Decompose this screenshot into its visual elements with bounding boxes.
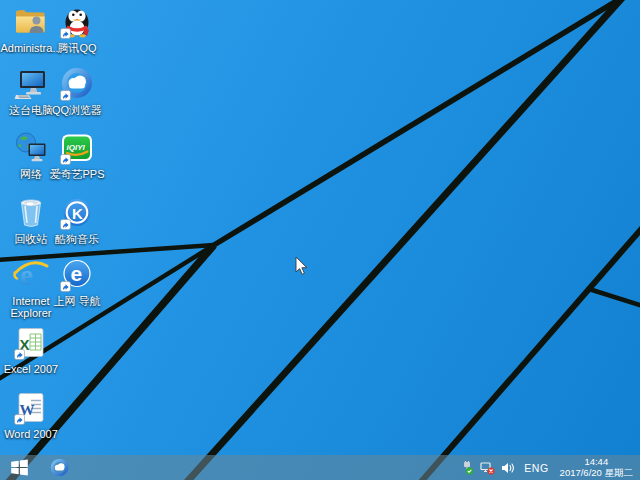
icon-label: 网络 — [20, 168, 42, 180]
qq-penguin-icon — [60, 5, 94, 39]
icon-label: 回收站 — [15, 233, 48, 245]
icon-label: 酷狗音乐 — [55, 233, 99, 245]
desktop-icon-iqiyi-pps[interactable]: iQIYI 爱奇艺PPS — [46, 131, 108, 180]
clock-date: 2017/6/20 星期二 — [560, 468, 633, 479]
taskbar: ENG 14:44 2017/6/20 星期二 — [0, 455, 640, 480]
qq-browser-icon — [60, 67, 94, 101]
svg-text:K: K — [72, 205, 83, 222]
desktop-icon-excel-2007[interactable]: X Excel 2007 — [0, 326, 62, 375]
beam-corner-to-bottom — [186, 0, 623, 480]
desktop-icon-word-2007[interactable]: W Word 2007 — [0, 391, 62, 440]
shortcut-arrow-badge — [61, 155, 71, 165]
taskbar-clock[interactable]: 14:44 2017/6/20 星期二 — [558, 457, 637, 478]
svg-text:iQIYI: iQIYI — [67, 143, 86, 152]
desktop: Administra... 这台电脑 网络 — [0, 0, 640, 480]
desktop-icon-tencent-qq[interactable]: 腾讯QQ — [46, 5, 108, 54]
desktop-icon-qq-browser[interactable]: QQ浏览器 — [46, 67, 108, 116]
internet-explorer-icon: e — [13, 258, 49, 292]
qq-browser-icon — [50, 458, 69, 477]
icon-label: QQ浏览器 — [52, 104, 102, 116]
shortcut-arrow-badge — [61, 29, 71, 39]
desktop-icon-web-navigation[interactable]: e 上网 导航 — [46, 258, 108, 307]
folder-user-icon — [14, 5, 48, 39]
taskbar-qq-browser-button[interactable] — [44, 455, 74, 480]
desktop-icon-kugou-music[interactable]: K 酷狗音乐 — [46, 196, 108, 245]
volume-icon[interactable] — [501, 461, 515, 475]
beam-right-lower — [420, 227, 640, 480]
recycle-bin-icon — [14, 196, 48, 230]
language-indicator[interactable]: ENG — [521, 462, 551, 474]
start-button[interactable] — [2, 455, 36, 480]
navigation-e-icon: e — [60, 258, 94, 292]
iqiyi-icon: iQIYI — [60, 131, 94, 165]
excel-icon: X — [14, 326, 48, 360]
shortcut-arrow-badge — [15, 350, 25, 360]
network-globe-icon — [14, 131, 48, 165]
shortcut-arrow-badge — [61, 282, 71, 292]
kugou-icon: K — [60, 196, 94, 230]
shortcut-arrow-badge — [15, 415, 25, 425]
icon-label: 爱奇艺PPS — [49, 168, 104, 180]
svg-text:e: e — [71, 262, 83, 285]
icon-label: 腾讯QQ — [57, 42, 96, 54]
system-tray: ENG 14:44 2017/6/20 星期二 — [460, 455, 637, 480]
computer-icon — [14, 67, 48, 101]
beam-right-branch — [589, 289, 640, 306]
shortcut-arrow-badge — [61, 91, 71, 101]
icon-label: 上网 导航 — [53, 295, 100, 307]
beam-to-top-right — [214, 0, 623, 245]
word-icon: W — [14, 391, 48, 425]
shortcut-arrow-badge — [61, 220, 71, 230]
safely-remove-hardware-icon[interactable] — [460, 461, 474, 475]
icon-label: Word 2007 — [4, 428, 58, 440]
windows-logo-icon — [10, 458, 29, 477]
clock-time: 14:44 — [560, 457, 633, 468]
network-status-icon[interactable] — [480, 461, 495, 475]
icon-label: Excel 2007 — [4, 363, 58, 375]
